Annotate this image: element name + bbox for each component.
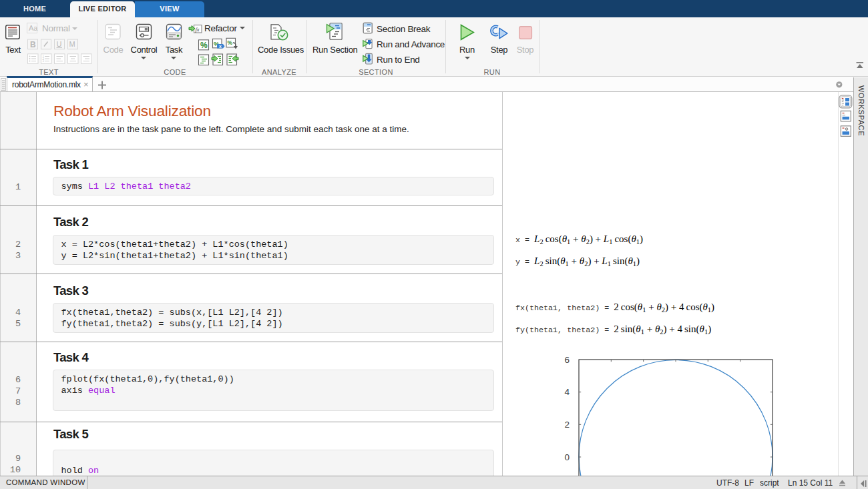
svg-text:fx: fx <box>196 26 200 33</box>
svg-text:B: B <box>30 40 36 49</box>
svg-text:x: x <box>219 44 222 49</box>
svg-text:U: U <box>57 40 62 48</box>
svg-text:Aa: Aa <box>29 24 38 32</box>
svg-text:6: 6 <box>564 355 570 365</box>
svg-text:%: % <box>200 41 208 50</box>
svg-text:4: 4 <box>564 387 570 397</box>
svg-text:M: M <box>69 40 75 48</box>
svg-text:2: 2 <box>564 420 570 430</box>
svg-text:0: 0 <box>564 452 570 462</box>
svg-text:%: % <box>228 39 233 46</box>
